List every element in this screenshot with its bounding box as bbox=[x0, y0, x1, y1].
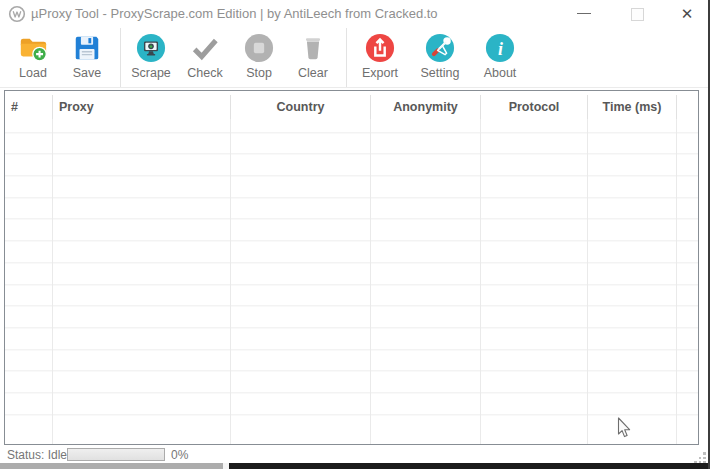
export-icon bbox=[365, 33, 395, 63]
floppy-save-icon bbox=[72, 33, 102, 63]
setting-label: Setting bbox=[421, 66, 460, 80]
about-label: About bbox=[484, 66, 517, 80]
column-header-anonymity[interactable]: Anonymity bbox=[371, 95, 481, 119]
globe-logo-icon bbox=[8, 5, 26, 23]
scrape-monitor-icon bbox=[136, 33, 166, 63]
stop-button[interactable]: Stop bbox=[232, 28, 286, 80]
svg-text:i: i bbox=[498, 39, 503, 59]
column-divider bbox=[480, 119, 481, 444]
tools-icon bbox=[425, 33, 455, 63]
column-divider bbox=[230, 119, 231, 444]
check-label: Check bbox=[187, 66, 222, 80]
title-bar[interactable]: µProxy Tool - ProxyScrape.com Edition | … bbox=[0, 0, 710, 28]
column-header-proxy[interactable]: Proxy bbox=[53, 95, 231, 119]
export-button[interactable]: Export bbox=[350, 28, 410, 80]
clear-label: Clear bbox=[298, 66, 328, 80]
taskbar-strip-black bbox=[229, 463, 710, 469]
column-divider bbox=[676, 119, 677, 444]
column-header-protocol[interactable]: Protocol bbox=[481, 95, 588, 119]
load-button[interactable]: Load bbox=[6, 28, 60, 80]
progress-percent: 0% bbox=[171, 448, 188, 462]
column-divider bbox=[587, 119, 588, 444]
column-divider bbox=[52, 119, 53, 444]
column-header-time[interactable]: Time (ms) bbox=[588, 95, 677, 119]
toolbar-separator bbox=[346, 28, 347, 87]
maximize-button[interactable] bbox=[631, 8, 644, 21]
check-button[interactable]: Check bbox=[178, 28, 232, 80]
status-bar: Status: Idle 0% bbox=[0, 447, 710, 463]
about-button[interactable]: i About bbox=[470, 28, 530, 80]
load-label: Load bbox=[19, 66, 47, 80]
table-header-row: # Proxy Country Anonymity Protocol Time … bbox=[5, 91, 698, 119]
column-header-filler bbox=[677, 95, 698, 119]
save-label: Save bbox=[73, 66, 102, 80]
close-button[interactable]: ✕ bbox=[678, 4, 696, 24]
stop-label: Stop bbox=[246, 66, 272, 80]
column-header-number[interactable]: # bbox=[5, 95, 53, 119]
column-divider bbox=[370, 119, 371, 444]
proxy-table: # Proxy Country Anonymity Protocol Time … bbox=[4, 90, 699, 445]
minimize-button[interactable] bbox=[577, 13, 591, 16]
status-label: Status: Idle bbox=[7, 448, 67, 462]
scrape-button[interactable]: Scrape bbox=[124, 28, 178, 80]
clear-button[interactable]: Clear bbox=[286, 28, 340, 80]
taskbar-strip-gray bbox=[0, 463, 223, 469]
toolbar-separator bbox=[120, 28, 121, 87]
proxy-table-body bbox=[5, 119, 698, 444]
scrape-label: Scrape bbox=[131, 66, 171, 80]
toolbar: Load Save Scrape bbox=[0, 28, 710, 88]
save-button[interactable]: Save bbox=[60, 28, 114, 80]
stop-circle-icon bbox=[244, 33, 274, 63]
window-title: µProxy Tool - ProxyScrape.com Edition | … bbox=[31, 6, 438, 21]
trash-icon bbox=[298, 33, 328, 63]
info-icon: i bbox=[485, 33, 515, 63]
setting-button[interactable]: Setting bbox=[410, 28, 470, 80]
column-header-country[interactable]: Country bbox=[231, 95, 371, 119]
export-label: Export bbox=[362, 66, 398, 80]
checkmark-icon bbox=[190, 33, 220, 63]
folder-add-icon bbox=[18, 33, 48, 63]
progress-bar bbox=[67, 448, 165, 461]
